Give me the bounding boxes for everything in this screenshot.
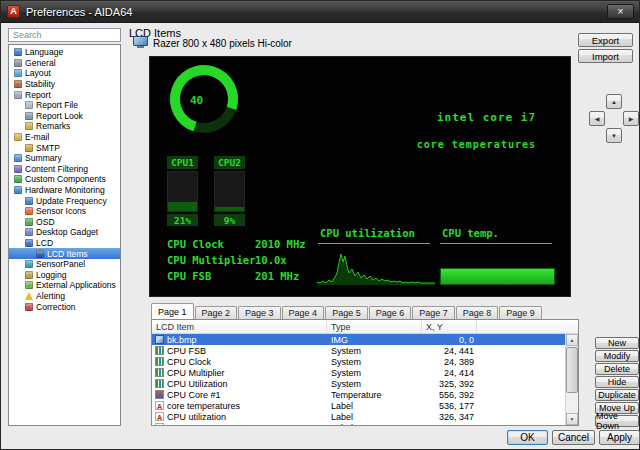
sidebar-item-hardware-monitoring[interactable]: Hardware Monitoring — [9, 185, 120, 196]
scrollbar-thumb[interactable] — [566, 347, 578, 393]
content-filtering-icon — [14, 165, 22, 173]
update-frequency-icon — [25, 197, 33, 205]
sidebar-item-language[interactable]: Language — [9, 47, 120, 58]
lcd-preview[interactable]: 40 intel core i7 core temperatures CPU1 … — [149, 56, 571, 297]
tab-page-2[interactable]: Page 2 — [195, 306, 238, 319]
sidebar-item-label: Custom Components — [25, 174, 106, 184]
duplicate-button[interactable]: Duplicate — [595, 389, 639, 401]
sidebar-item-stability[interactable]: Stability — [9, 79, 120, 90]
new-button[interactable]: New — [595, 337, 639, 349]
lcd-item-xy: 536, 177 — [422, 401, 474, 411]
search-input[interactable]: Search — [8, 28, 121, 42]
window-title: Preferences - AIDA64 — [26, 6, 132, 18]
scrollbar-down-button[interactable]: ▼ — [566, 413, 578, 425]
remarks-icon — [25, 122, 33, 130]
sidebar-item-external-applications[interactable]: External Applications — [9, 280, 120, 291]
osd-icon — [25, 218, 33, 226]
sidebar-item-osd[interactable]: OSD — [9, 217, 120, 228]
title-bar[interactable]: A Preferences - AIDA64 × — [1, 1, 639, 23]
table-row[interactable]: CPU ClockSystem24, 389 — [152, 356, 565, 367]
system-icon — [155, 346, 164, 355]
close-button[interactable]: × — [607, 4, 634, 19]
table-row[interactable]: ACPU utilizationLabel326, 347 — [152, 411, 565, 422]
sidebar-item-label: Content Filtering — [25, 164, 88, 174]
sidebar-item-label: Summary — [25, 153, 62, 163]
sidebar-item-label: General — [25, 58, 56, 68]
lcd-items-table: LCD Item Type X, Y bk.bmpIMG0, 0CPU FSBS… — [151, 319, 579, 426]
lcd-item-type: Label — [327, 401, 422, 411]
tab-page-3[interactable]: Page 3 — [238, 306, 281, 319]
sidebar-item-sensorpanel[interactable]: SensorPanel — [9, 259, 120, 270]
tab-page-7[interactable]: Page 7 — [412, 306, 455, 319]
column-header-type[interactable]: Type — [327, 320, 422, 333]
move-item-right-button[interactable]: ▶ — [623, 111, 639, 126]
lcd-item-name-cell: CPU Utilization — [152, 379, 327, 389]
lcd-label-intel-core-i7: intel core i7 — [437, 111, 536, 124]
tab-page-1[interactable]: Page 1 — [151, 303, 194, 319]
sidebar-item-lcd[interactable]: LCD — [9, 238, 120, 249]
ok-button[interactable]: OK — [507, 430, 548, 445]
sidebar-item-report[interactable]: Report — [9, 89, 120, 100]
table-row[interactable]: ACPU temp.Label563, 347 — [152, 422, 565, 425]
lcd-item-name: core temperatures — [167, 401, 240, 411]
lcd-items-icon — [36, 250, 44, 258]
lcd-item-xy: 563, 347 — [422, 423, 474, 426]
lcd-item-name-cell: CPU Core #1 — [152, 390, 327, 400]
correction-icon — [25, 303, 33, 311]
move-item-up-button[interactable]: ▲ — [606, 94, 622, 109]
sidebar-item-smtp[interactable]: SMTP — [9, 142, 120, 153]
apply-button[interactable]: Apply — [599, 430, 640, 445]
sidebar-item-custom-components[interactable]: Custom Components — [9, 174, 120, 185]
cpu2-bar-gauge — [214, 171, 245, 212]
tab-page-5[interactable]: Page 5 — [325, 306, 368, 319]
sidebar-item-correction[interactable]: Correction — [9, 301, 120, 312]
sidebar-item-remarks[interactable]: Remarks — [9, 121, 120, 132]
hide-button[interactable]: Hide — [595, 376, 639, 388]
sidebar-item-e-mail[interactable]: E-mail — [9, 132, 120, 143]
move-down-button[interactable]: Move Down — [595, 415, 639, 427]
column-header-xy[interactable]: X, Y — [422, 320, 477, 333]
move-item-left-button[interactable]: ◀ — [589, 111, 605, 126]
sidebar-item-general[interactable]: General — [9, 58, 120, 69]
sidebar-item-logging[interactable]: Logging — [9, 269, 120, 280]
sidebar-item-layout[interactable]: Layout — [9, 68, 120, 79]
delete-button[interactable]: Delete — [595, 363, 639, 375]
sidebar-item-content-filtering[interactable]: Content Filtering — [9, 164, 120, 175]
tab-page-6[interactable]: Page 6 — [369, 306, 412, 319]
tab-page-4[interactable]: Page 4 — [282, 306, 325, 319]
language-icon — [14, 48, 22, 56]
tab-page-8[interactable]: Page 8 — [456, 306, 499, 319]
tab-page-9[interactable]: Page 9 — [499, 306, 542, 319]
sidebar-item-report-look[interactable]: Report Look — [9, 111, 120, 122]
table-row[interactable]: CPU UtilizationSystem325, 392 — [152, 378, 565, 389]
sidebar-item-lcd-items[interactable]: LCD Items — [9, 248, 120, 259]
lcd-row-label: CPU FSB — [167, 270, 211, 282]
sidebar-item-alerting[interactable]: Alerting — [9, 291, 120, 302]
table-row[interactable]: Acore temperaturesLabel536, 177 — [152, 400, 565, 411]
sidebar-item-report-file[interactable]: Report File — [9, 100, 120, 111]
move-item-down-button[interactable]: ▼ — [606, 128, 622, 143]
table-header: LCD Item Type X, Y — [152, 320, 578, 334]
sidebar-item-desktop-gadget[interactable]: Desktop Gadget — [9, 227, 120, 238]
cpu-utilization-graph — [317, 249, 435, 289]
lcd-item-type: Label — [327, 423, 422, 426]
table-row[interactable]: bk.bmpIMG0, 0 — [152, 334, 565, 345]
table-row[interactable]: CPU FSBSystem24, 441 — [152, 345, 565, 356]
scrollbar-up-button[interactable]: ▲ — [566, 334, 578, 346]
export-button[interactable]: Export — [578, 33, 633, 47]
sidebar-tree: LanguageGeneralLayoutStabilityReportRepo… — [8, 44, 121, 426]
sidebar-item-sensor-icons[interactable]: Sensor Icons — [9, 206, 120, 217]
cancel-button[interactable]: Cancel — [552, 430, 595, 445]
column-header-lcd-item[interactable]: LCD Item — [152, 320, 327, 333]
lcd-label-core-temperatures: core temperatures — [417, 139, 536, 150]
sidebar-item-summary[interactable]: Summary — [9, 153, 120, 164]
lcd-item-xy: 325, 392 — [422, 379, 474, 389]
modify-button[interactable]: Modify — [595, 350, 639, 362]
table-row[interactable]: CPU MultiplierSystem24, 414 — [152, 367, 565, 378]
import-button[interactable]: Import — [578, 49, 633, 63]
table-row[interactable]: CPU Core #1Temperature556, 392 — [152, 389, 565, 400]
table-scrollbar[interactable]: ▲ ▼ — [565, 334, 578, 425]
sidebar-item-update-frequency[interactable]: Update Frequency — [9, 195, 120, 206]
lcd-item-type: System — [327, 379, 422, 389]
sidebar-item-label: Report File — [36, 100, 78, 110]
